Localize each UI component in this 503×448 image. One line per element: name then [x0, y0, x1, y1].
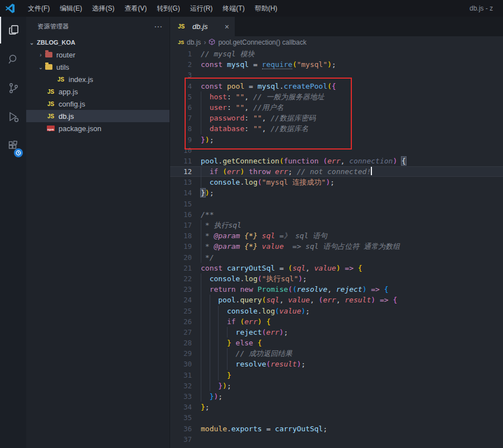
menu-item-6[interactable]: 终端(T): [217, 0, 249, 17]
line-number: 27: [170, 327, 201, 338]
symbol-cube-icon: [209, 38, 215, 47]
file-label: package.json: [59, 124, 101, 133]
file-label: db.js: [59, 112, 74, 121]
chevron-right-icon: ›: [204, 38, 206, 46]
line-number: 20: [170, 252, 201, 263]
explorer-sidebar: 资源管理器 ⋯ ⌄ ZBLOG_KOA ›router⌄utilsJSindex…: [26, 17, 170, 448]
source-control-icon[interactable]: [0, 75, 26, 102]
code-line-26: 26if (err) {: [170, 316, 503, 327]
tab-label: db.js: [192, 22, 221, 31]
tab-bar: JS db.js ×: [170, 17, 503, 36]
line-number: 5: [170, 91, 201, 102]
code-line-1: 1// mysql 模块: [170, 49, 503, 59]
menu-bar: 文件(F)编辑(E)选择(S)查看(V)转到(G)运行(R)终端(T)帮助(H): [23, 0, 282, 17]
tree-item-package-json[interactable]: npmpackage.json: [26, 122, 170, 134]
line-number: 14: [170, 187, 201, 198]
file-label: config.js: [59, 100, 85, 108]
line-number: 7: [170, 113, 201, 123]
run-debug-icon[interactable]: [0, 104, 26, 131]
breadcrumb: JS db.js › pool.getConnection() callback: [170, 36, 503, 49]
code-line-23: 23return new Promise((resolve, reject) =…: [170, 284, 503, 295]
code-line-9: 9});: [170, 134, 503, 145]
code-line-8: 8database: "", //数据库名: [170, 123, 503, 134]
tree-item-router[interactable]: ›router: [26, 49, 170, 61]
extensions-icon[interactable]: [0, 133, 26, 160]
line-number: 17: [170, 220, 201, 230]
search-icon[interactable]: [0, 46, 26, 73]
code-line-34: 34};: [170, 402, 503, 412]
tree-item-utils[interactable]: ⌄utils: [26, 61, 170, 73]
line-number: 25: [170, 306, 201, 316]
code-line-35: 35: [170, 412, 503, 423]
code-line-22: 22console.log("执行sql");: [170, 273, 503, 284]
file-label: utils: [56, 63, 69, 71]
breadcrumb-file[interactable]: db.js: [187, 38, 201, 46]
code-line-20: 20*/: [170, 252, 503, 263]
js-file-icon: JS: [56, 75, 65, 84]
menu-item-5[interactable]: 运行(R): [185, 0, 218, 17]
js-file-icon: JS: [46, 87, 55, 96]
line-number: 29: [170, 348, 201, 359]
file-label: router: [56, 51, 75, 59]
menu-item-0[interactable]: 文件(F): [23, 0, 55, 17]
line-number: 24: [170, 295, 201, 305]
tree-root-zblog-koa[interactable]: ⌄ ZBLOG_KOA: [26, 36, 170, 49]
chevron-down-icon: ⌄: [28, 40, 35, 46]
file-label: index.js: [69, 75, 93, 84]
line-number: 21: [170, 263, 201, 273]
tree-item-app-js[interactable]: JSapp.js: [26, 85, 170, 98]
menu-item-1[interactable]: 编辑(E): [55, 0, 87, 17]
line-number: 35: [170, 412, 201, 423]
clock-badge-icon: [14, 148, 23, 157]
npm-icon: npm: [46, 124, 55, 133]
code-line-10: 10: [170, 145, 503, 156]
explorer-header: 资源管理器 ⋯: [26, 17, 170, 36]
code-line-15: 15: [170, 199, 503, 209]
root-folder-label: ZBLOG_KOA: [37, 39, 75, 46]
line-number: 33: [170, 391, 201, 402]
line-number: 13: [170, 177, 201, 187]
activity-bar: [0, 17, 26, 448]
code-editor[interactable]: 1// mysql 模块2const mysql = require("mysq…: [170, 49, 503, 448]
code-line-4: 4const pool = mysql.createPool({: [170, 81, 503, 91]
menu-item-7[interactable]: 帮助(H): [250, 0, 283, 17]
line-number: 36: [170, 423, 201, 434]
line-number: 26: [170, 316, 201, 327]
line-number: 4: [170, 81, 201, 91]
code-line-2: 2const mysql = require("mysql");: [170, 59, 503, 70]
code-line-7: 7password: "", //数据库密码: [170, 113, 503, 123]
code-line-29: 29// 成功返回结果: [170, 348, 503, 359]
line-number: 8: [170, 123, 201, 134]
js-file-icon: JS: [46, 99, 55, 108]
line-number: 32: [170, 380, 201, 391]
folder-utils-icon: [44, 62, 53, 71]
chevron-down-icon: ⌄: [37, 64, 44, 70]
line-number: 22: [170, 273, 201, 284]
explorer-title: 资源管理器: [37, 22, 69, 31]
line-number: 3: [170, 70, 201, 80]
tree-item-db-js[interactable]: JSdb.js: [26, 110, 170, 122]
close-icon[interactable]: ×: [225, 23, 229, 31]
code-line-32: 32});: [170, 380, 503, 391]
line-number: 23: [170, 284, 201, 295]
code-line-28: 28} else {: [170, 338, 503, 348]
more-actions-icon[interactable]: ⋯: [154, 22, 163, 32]
menu-item-4[interactable]: 转到(G): [152, 0, 185, 17]
text-cursor: [371, 167, 372, 175]
file-label: app.js: [59, 88, 78, 96]
code-line-31: 31}: [170, 370, 503, 380]
tree-item-config-js[interactable]: JSconfig.js: [26, 98, 170, 110]
line-number: 12: [170, 166, 201, 177]
tree-item-index-js[interactable]: JSindex.js: [26, 73, 170, 85]
line-number: 34: [170, 402, 201, 412]
menu-item-3[interactable]: 查看(V): [119, 0, 152, 17]
tab-dbjs[interactable]: JS db.js ×: [170, 17, 235, 36]
explorer-icon[interactable]: [0, 17, 26, 44]
code-line-16: 16/**: [170, 209, 503, 220]
js-file-icon: JS: [46, 112, 55, 121]
menu-item-2[interactable]: 选择(S): [87, 0, 119, 17]
breadcrumb-symbol[interactable]: pool.getConnection() callback: [218, 38, 306, 46]
code-line-3: 3: [170, 70, 503, 80]
code-line-36: 36module.exports = carryOutSql;: [170, 423, 503, 434]
line-number: 18: [170, 230, 201, 241]
